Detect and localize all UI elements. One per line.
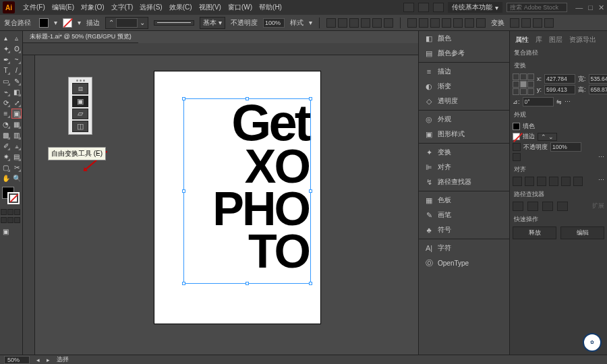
panel-item[interactable]: ◎外观 <box>419 112 509 127</box>
panel-item[interactable]: ◧颜色 <box>419 31 509 46</box>
blend-tool[interactable]: ⟁ <box>11 141 22 151</box>
opacity-input-prop[interactable] <box>550 142 581 152</box>
lasso-tool[interactable]: ʘ <box>11 44 22 54</box>
stroke-swatch[interactable] <box>63 18 72 28</box>
panel-item[interactable]: ≡描边 <box>419 64 509 79</box>
constrain-icon[interactable]: ⧇ <box>72 83 88 94</box>
stock-icon[interactable] <box>418 3 429 12</box>
draw-mode-icon[interactable] <box>14 217 20 223</box>
dist-icon[interactable] <box>453 18 463 28</box>
nav-prev-icon[interactable]: ◂ <box>36 357 40 363</box>
more-icon[interactable]: ⋯ <box>565 98 571 105</box>
tab-properties[interactable]: 属性 <box>515 35 529 44</box>
hand-tool[interactable]: ✋ <box>1 173 11 183</box>
resize-handle[interactable] <box>182 97 185 100</box>
menu-window[interactable]: 窗口(W) <box>225 1 255 13</box>
symbol-sprayer-tool[interactable]: ✷ <box>1 152 11 162</box>
align-icon[interactable] <box>361 18 370 28</box>
panel-item[interactable]: ◇透明度 <box>419 94 509 109</box>
mode-icon[interactable] <box>1 209 7 215</box>
nav-next-icon[interactable]: ▸ <box>47 357 50 363</box>
fill-swatch[interactable] <box>39 18 49 28</box>
align-right-icon[interactable] <box>537 177 546 186</box>
line-tool[interactable]: / <box>11 65 22 75</box>
slice-tool[interactable]: ✂ <box>11 162 22 173</box>
more-icon[interactable]: ⋯ <box>598 177 604 186</box>
expand-label[interactable]: 扩展 <box>592 202 604 211</box>
scale-tool[interactable]: ⤢ <box>11 98 22 108</box>
canvas[interactable]: 未标题-1.ai* @ 50% (RGB/GPU 预览) ⧇ ▣ ▱ ◫ Get… <box>23 31 418 355</box>
align-top-icon[interactable] <box>549 177 558 186</box>
panel-item[interactable]: ▤颜色参考 <box>419 46 509 61</box>
tab-layers[interactable]: 图层 <box>549 35 562 44</box>
pf-exclude-icon[interactable] <box>557 202 568 211</box>
opacity-label[interactable]: 不透明度 <box>231 18 258 28</box>
search-input[interactable] <box>507 3 567 12</box>
panel-item[interactable]: ↯路径查找器 <box>419 175 509 189</box>
dist-icon[interactable] <box>442 18 451 28</box>
mode-icon[interactable] <box>14 209 20 215</box>
align-icon[interactable] <box>372 18 382 28</box>
resize-handle[interactable] <box>245 282 249 285</box>
y-input[interactable] <box>544 85 575 94</box>
draw-mode-icon[interactable] <box>1 217 7 223</box>
paintbrush-tool[interactable]: ✎ <box>11 76 22 86</box>
mesh-tool[interactable]: ▩ <box>1 130 11 140</box>
panel-item[interactable]: ⊫对齐 <box>419 160 509 175</box>
menu-select[interactable]: 选择(S) <box>137 1 165 13</box>
color-control[interactable] <box>1 187 22 207</box>
draw-mode-icon[interactable] <box>7 217 13 223</box>
fill-swatch-prop[interactable] <box>513 123 520 130</box>
artboard-tool[interactable]: ▢ <box>1 162 11 173</box>
panel-item[interactable]: ✦变换 <box>419 145 509 160</box>
reference-point[interactable] <box>513 73 534 95</box>
resize-handle[interactable] <box>309 282 312 285</box>
brush-def[interactable] <box>154 20 194 26</box>
magic-wand-tool[interactable]: ✦ <box>1 44 11 54</box>
release-button[interactable]: 释放 <box>513 226 556 239</box>
angle-input[interactable] <box>523 97 554 107</box>
pf-unite-icon[interactable] <box>513 202 523 211</box>
shaper-tool[interactable]: ⌁ <box>1 87 11 97</box>
stroke-swatch-prop[interactable] <box>513 133 520 140</box>
menu-object[interactable]: 对象(O) <box>78 1 107 13</box>
stroke-color[interactable] <box>7 192 20 204</box>
resize-handle[interactable] <box>182 189 185 193</box>
free-distort-icon[interactable]: ◫ <box>72 121 88 132</box>
panel-item[interactable]: ▣图形样式 <box>419 127 509 142</box>
misc-icon[interactable] <box>544 18 554 28</box>
tab-asset-export[interactable]: 资源导出 <box>569 35 596 44</box>
stroke-weight-prop[interactable]: ⌃ ⌄ <box>538 133 557 141</box>
menu-help[interactable]: 帮助(H) <box>256 1 285 13</box>
graph-tool[interactable]: ▤ <box>11 152 22 162</box>
transform-label[interactable]: 变换 <box>491 18 504 28</box>
flip-h-icon[interactable]: ⇋ <box>556 98 562 105</box>
resize-handle[interactable] <box>309 97 312 100</box>
align-icon[interactable] <box>338 18 347 28</box>
preset-label[interactable]: 样式 <box>290 18 304 28</box>
chevron-down-icon[interactable]: ▾ <box>54 19 57 26</box>
pen-tool[interactable]: ✒ <box>1 55 11 65</box>
menu-view[interactable]: 视图(V) <box>196 1 224 13</box>
fx-icon[interactable] <box>513 153 521 161</box>
minimize-button[interactable]: — <box>575 3 583 12</box>
mode-icon[interactable] <box>7 209 13 215</box>
shape-builder-tool[interactable]: ◔ <box>1 119 11 129</box>
align-left-icon[interactable] <box>513 177 522 186</box>
zoom-tool[interactable]: 🔍 <box>11 173 22 183</box>
align-icon[interactable] <box>349 18 359 28</box>
align-hcenter-icon[interactable] <box>525 177 534 186</box>
direct-selection-tool[interactable]: ▵ <box>11 33 22 43</box>
selection-bounds[interactable] <box>183 98 311 284</box>
align-icon[interactable] <box>326 18 336 28</box>
align-vcenter-icon[interactable] <box>561 177 571 186</box>
rotate-tool[interactable]: ⟳ <box>1 98 11 108</box>
zoom-dropdown[interactable]: 50% <box>4 356 30 364</box>
stroke-label[interactable]: 描边 <box>86 18 100 28</box>
stroke-weight[interactable]: ⌃⌄ <box>105 17 148 29</box>
menu-type[interactable]: 文字(T) <box>109 1 136 13</box>
x-input[interactable] <box>544 74 575 84</box>
eraser-tool[interactable]: ◧ <box>11 87 22 97</box>
perspective-distort-icon[interactable]: ▱ <box>72 109 88 120</box>
menu-file[interactable]: 文件(F) <box>20 1 48 13</box>
